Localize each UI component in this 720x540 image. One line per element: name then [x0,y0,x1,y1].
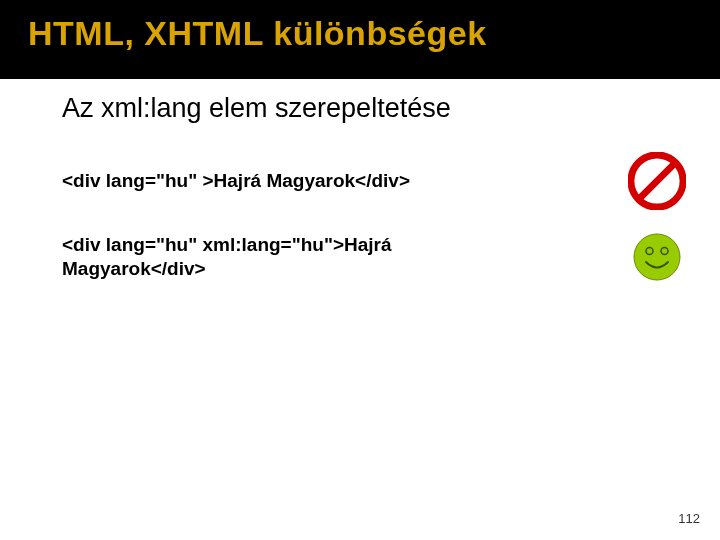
smiley-icon [632,232,682,282]
title-bar: HTML, XHTML különbségek [0,0,720,79]
svg-point-2 [634,234,680,280]
status-icon-invalid [624,152,690,210]
page-number: 112 [678,511,700,526]
example-row: <div lang="hu" >Hajrá Magyarok</div> [62,152,690,210]
slide-title: HTML, XHTML különbségek [28,14,720,53]
slide-subtitle: Az xml:lang elem szerepeltetése [62,93,690,124]
no-entry-icon [628,152,686,210]
code-example-1: <div lang="hu" >Hajrá Magyarok</div> [62,169,410,193]
status-icon-valid [624,232,690,282]
svg-line-1 [640,164,675,199]
example-row: <div lang="hu" xml:lang="hu">Hajrá Magya… [62,232,690,282]
code-example-2: <div lang="hu" xml:lang="hu">Hajrá Magya… [62,233,522,281]
content-area: Az xml:lang elem szerepeltetése <div lan… [0,79,720,282]
